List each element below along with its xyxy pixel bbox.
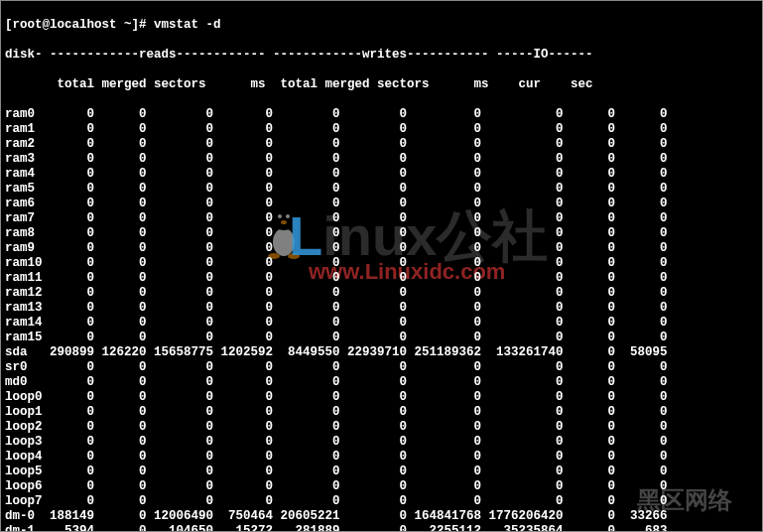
table-row: ram10 0 0 0 0 0 0 0 0 0 0 xyxy=(5,256,758,271)
table-row: ram9 0 0 0 0 0 0 0 0 0 0 xyxy=(5,241,758,256)
table-row: loop3 0 0 0 0 0 0 0 0 0 0 xyxy=(5,435,758,450)
table-row: ram3 0 0 0 0 0 0 0 0 0 0 xyxy=(5,152,758,167)
shell-prompt: [root@localhost ~]# xyxy=(5,18,154,32)
table-row: loop7 0 0 0 0 0 0 0 0 0 0 xyxy=(5,494,758,509)
table-row: ram5 0 0 0 0 0 0 0 0 0 0 xyxy=(5,182,758,197)
table-row: ram6 0 0 0 0 0 0 0 0 0 0 xyxy=(5,197,758,211)
table-row: ram11 0 0 0 0 0 0 0 0 0 0 xyxy=(5,271,758,286)
table-row: ram15 0 0 0 0 0 0 0 0 0 0 xyxy=(5,331,758,345)
prompt-line: [root@localhost ~]# vmstat -d xyxy=(5,18,758,33)
table-row: ram14 0 0 0 0 0 0 0 0 0 0 xyxy=(5,316,758,331)
table-row: ram8 0 0 0 0 0 0 0 0 0 0 xyxy=(5,226,758,241)
table-row: ram2 0 0 0 0 0 0 0 0 0 0 xyxy=(5,137,758,152)
table-row: loop2 0 0 0 0 0 0 0 0 0 0 xyxy=(5,420,758,435)
table-row: loop5 0 0 0 0 0 0 0 0 0 0 xyxy=(5,465,758,479)
table-row: loop1 0 0 0 0 0 0 0 0 0 0 xyxy=(5,405,758,420)
table-row: ram4 0 0 0 0 0 0 0 0 0 0 xyxy=(5,167,758,182)
command: vmstat -d xyxy=(154,18,221,32)
table-row: ram13 0 0 0 0 0 0 0 0 0 0 xyxy=(5,301,758,316)
table-row: loop4 0 0 0 0 0 0 0 0 0 0 xyxy=(5,450,758,465)
table-row: sda 290899 126220 15658775 1202592 84495… xyxy=(5,345,758,360)
header-columns: total merged sectors ms total merged sec… xyxy=(5,77,758,92)
table-row: ram1 0 0 0 0 0 0 0 0 0 0 xyxy=(5,122,758,137)
terminal-output[interactable]: [root@localhost ~]# vmstat -d disk- ----… xyxy=(1,1,762,532)
table-row: sr0 0 0 0 0 0 0 0 0 0 0 xyxy=(5,360,758,375)
table-row: loop6 0 0 0 0 0 0 0 0 0 0 xyxy=(5,479,758,494)
table-row: ram7 0 0 0 0 0 0 0 0 0 0 xyxy=(5,211,758,226)
table-row: dm-1 5394 0 104650 15272 281889 0 225511… xyxy=(5,524,758,532)
table-row: ram0 0 0 0 0 0 0 0 0 0 0 xyxy=(5,107,758,122)
table-row: loop0 0 0 0 0 0 0 0 0 0 0 xyxy=(5,390,758,405)
table-row: ram12 0 0 0 0 0 0 0 0 0 0 xyxy=(5,286,758,301)
data-rows: ram0 0 0 0 0 0 0 0 0 0 0ram1 0 0 0 0 0 0… xyxy=(5,107,758,532)
table-row: dm-0 188149 0 12006490 750464 20605221 0… xyxy=(5,509,758,524)
table-row: md0 0 0 0 0 0 0 0 0 0 0 xyxy=(5,375,758,390)
header-groups: disk- ------------reads------------ ----… xyxy=(5,48,758,63)
